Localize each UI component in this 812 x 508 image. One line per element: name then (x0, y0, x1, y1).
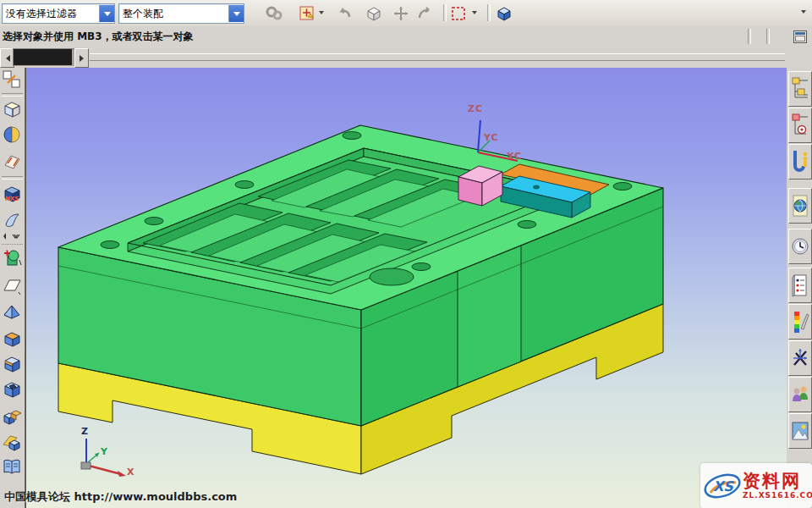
chevron-down-icon[interactable] (99, 5, 114, 22)
wcs-z-label: ZC (468, 103, 483, 114)
selection-filter-value: 没有选择过滤器 (3, 7, 99, 21)
restore-window-icon[interactable] (793, 30, 807, 43)
ziliao-title: 资料网 (743, 472, 812, 490)
details-panel-icon[interactable] (788, 268, 812, 303)
3d-model[interactable] (26, 68, 787, 508)
chevron-down-icon[interactable] (228, 5, 244, 22)
chevron-down-icon[interactable] (319, 11, 324, 17)
scenery-icon[interactable] (788, 413, 812, 449)
snap-point-icon[interactable] (298, 3, 318, 24)
main-toolbar: 没有选择过滤器 整个装配 (0, 0, 812, 27)
selection-filter-combo[interactable]: 没有选择过滤器 (2, 3, 115, 24)
sub-bar (0, 47, 812, 68)
history-icon[interactable] (788, 229, 812, 264)
toolbar-separator (487, 4, 491, 21)
status-separator (766, 29, 770, 44)
wcs-x-label: XC (507, 151, 522, 162)
status-message: 选择对象并使用 MB3，或者双击某一对象 (3, 30, 194, 44)
selection-scope-value: 整个装配 (119, 7, 228, 21)
isometric-box-icon[interactable] (364, 3, 384, 24)
role-icon[interactable] (3, 70, 22, 90)
constraint-navigator-icon[interactable] (788, 108, 812, 143)
part-navigator-icon[interactable] (788, 144, 812, 179)
absolute-triad (81, 439, 126, 477)
right-toolbar (786, 68, 812, 508)
status-separator (748, 29, 751, 44)
abs-z-label: Z (81, 426, 89, 437)
toolbar-separator (2, 93, 23, 97)
toolbar-overflow-icon[interactable] (801, 10, 806, 16)
wcs-y-label: YC (484, 132, 499, 143)
scrollbar-track[interactable] (13, 48, 74, 66)
unite-icon[interactable] (3, 408, 22, 428)
svg-text:XS: XS (713, 478, 734, 494)
status-bar: 选择对象并使用 MB3，或者双击某一对象 (0, 26, 812, 47)
pocket-icon[interactable] (3, 380, 22, 400)
nx5-icon[interactable]: NX5 (3, 185, 22, 204)
assembly-navigator-icon[interactable] (788, 71, 812, 107)
selection-scope-combo[interactable]: 整个装配 (118, 3, 244, 24)
roles-icon[interactable] (788, 377, 812, 412)
forum-watermark: 中国模具论坛 http://www.mouldbbs.com (4, 489, 237, 505)
left-toolbar: NX5 (0, 68, 25, 508)
toolbar-separator (2, 176, 23, 179)
sketch-icon[interactable] (3, 249, 22, 268)
visualization-icon[interactable] (788, 340, 812, 376)
pad-icon[interactable] (3, 355, 22, 374)
catalog-icon[interactable] (3, 458, 22, 478)
move-icon (391, 3, 411, 24)
graphics-viewport[interactable]: ZC YC XC Z Y X (25, 68, 787, 508)
chevron-down-icon[interactable] (472, 11, 477, 17)
undo-icon (335, 3, 355, 24)
shaded-cube-icon[interactable] (494, 3, 514, 24)
extrude-icon[interactable] (3, 302, 22, 322)
web-browser-icon[interactable] (788, 188, 812, 224)
block-icon[interactable] (3, 329, 22, 349)
toolbar-overflow-controls[interactable] (3, 231, 22, 241)
abs-x-label: X (127, 467, 134, 478)
display-box-icon[interactable] (3, 100, 22, 119)
toolbar-separator (443, 4, 447, 21)
xs-logo-icon: XS (702, 469, 743, 503)
splitter-bar[interactable] (90, 53, 785, 61)
abs-y-label: Y (101, 446, 108, 457)
nx-cad-window: { "toolbar": { "filter_combo": { "value"… (0, 0, 812, 508)
selection-gears-icon (264, 3, 284, 24)
swoosh-icon[interactable] (3, 210, 22, 229)
scrollbar-thumb[interactable] (14, 49, 72, 65)
ziliao-watermark: XS 资料网 ZL.XS1616.COM (700, 463, 812, 508)
forum-watermark-name: 中国模具论坛 (4, 490, 70, 503)
scroll-right-button[interactable] (74, 48, 89, 68)
shaded-view-icon[interactable] (3, 125, 22, 145)
datum-plane-icon[interactable] (3, 276, 22, 295)
materials-icon[interactable] (788, 304, 812, 340)
select-rectangle-icon[interactable] (448, 3, 469, 24)
svg-text:NX5: NX5 (5, 196, 19, 202)
forum-watermark-url: http://www.mouldbbs.com (74, 490, 238, 503)
trim-body-icon[interactable] (3, 433, 22, 452)
rotate-icon (414, 3, 435, 24)
toolbar-separator (2, 244, 23, 246)
drafting-icon[interactable] (3, 152, 22, 172)
ziliao-url: ZL.XS1616.COM (743, 492, 812, 500)
